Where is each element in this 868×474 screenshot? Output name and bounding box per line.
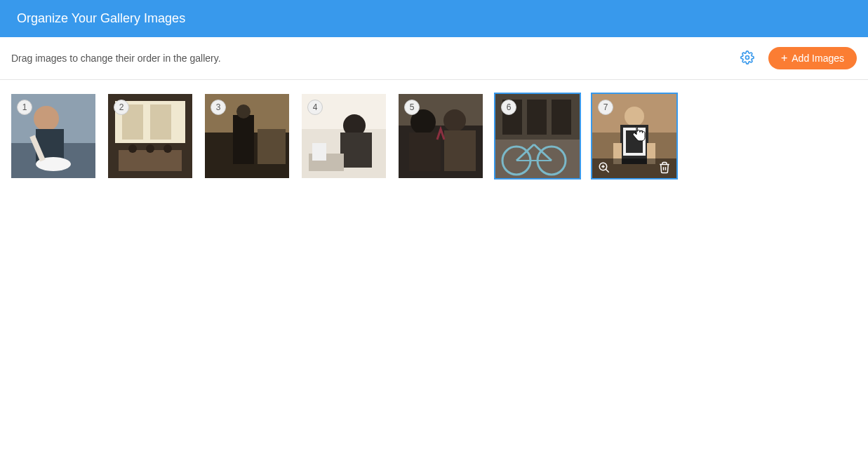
svg-rect-16 [233, 115, 254, 164]
gallery-thumb[interactable]: 4 [302, 94, 386, 178]
svg-rect-22 [340, 133, 372, 168]
subheader-actions: + Add Images [737, 47, 857, 69]
gallery-thumb[interactable]: 7 [592, 94, 676, 178]
order-badge: 4 [307, 100, 323, 115]
order-badge: 3 [211, 100, 226, 115]
trash-icon [658, 161, 671, 176]
order-badge: 1 [17, 100, 32, 115]
svg-rect-30 [444, 130, 476, 171]
order-badge: 6 [501, 100, 516, 115]
svg-line-50 [606, 169, 609, 172]
instruction-text: Drag images to change their order in the… [11, 53, 221, 64]
page-title: Organize Your Gallery Images [17, 11, 185, 25]
gallery-thumb[interactable]: 6 [495, 94, 580, 178]
svg-rect-46 [626, 130, 643, 153]
order-badge: 2 [114, 100, 129, 115]
thumb-overlay [592, 158, 676, 178]
delete-button[interactable] [657, 160, 672, 177]
svg-point-13 [163, 144, 172, 153]
svg-point-28 [443, 109, 466, 132]
svg-point-12 [146, 144, 154, 153]
svg-point-0 [745, 55, 749, 59]
svg-rect-10 [119, 150, 182, 171]
gallery-thumb[interactable]: 3 [205, 94, 289, 178]
svg-rect-24 [312, 143, 326, 161]
gallery-thumb[interactable]: 1 [11, 94, 95, 178]
svg-point-17 [236, 104, 251, 118]
order-badge: 7 [598, 100, 613, 115]
svg-point-43 [625, 107, 644, 126]
zoom-in-icon [598, 161, 610, 176]
zoom-button[interactable] [596, 160, 612, 177]
add-images-label: Add Images [792, 53, 844, 64]
svg-rect-18 [258, 129, 286, 164]
gallery-thumb[interactable]: 5 [399, 94, 483, 178]
order-badge: 5 [404, 100, 420, 115]
svg-rect-9 [150, 104, 171, 140]
gallery-thumb[interactable]: 2 [108, 94, 192, 178]
settings-button[interactable] [737, 48, 757, 69]
svg-point-3 [34, 106, 59, 131]
svg-rect-34 [527, 100, 547, 135]
svg-rect-29 [409, 133, 441, 171]
gear-icon [740, 50, 754, 67]
svg-point-11 [128, 144, 137, 153]
plus-icon: + [781, 53, 787, 64]
subheader: Drag images to change their order in the… [0, 37, 868, 80]
svg-rect-35 [552, 100, 571, 135]
page-header: Organize Your Gallery Images [0, 0, 868, 37]
gallery-grid: 1 2 3 [0, 80, 868, 192]
add-images-button[interactable]: + Add Images [768, 47, 857, 69]
